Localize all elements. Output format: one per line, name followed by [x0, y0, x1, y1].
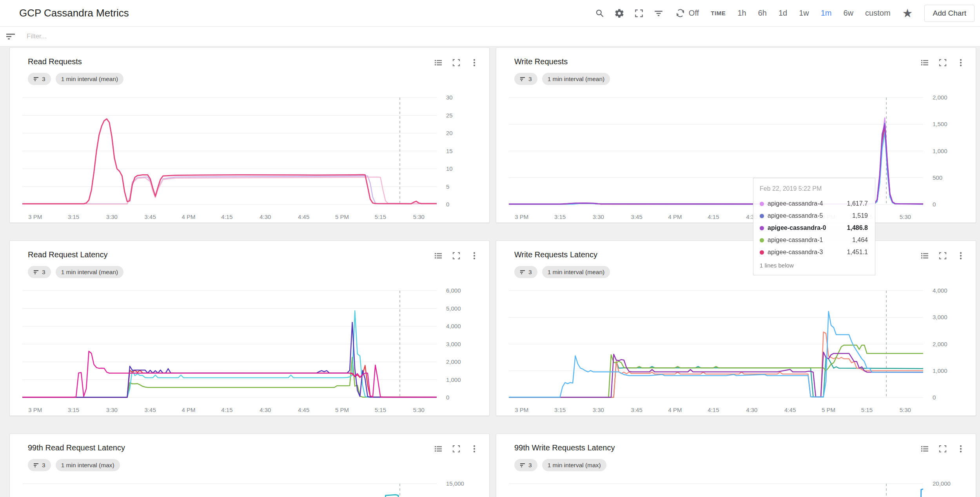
series-value: 1,464: [852, 237, 868, 244]
chart-title: Read Request Latency: [28, 250, 107, 259]
expand-chart-icon[interactable]: [452, 251, 461, 260]
series-color-dot: [760, 238, 764, 242]
chart-plot-area[interactable]: 05,00010,00015,000 3 PM3:153:303:454 PM4…: [22, 478, 479, 497]
expand-chart-icon[interactable]: [452, 444, 461, 454]
chart-card-icons: [920, 251, 965, 260]
filter-count-badge[interactable]: 3: [514, 266, 537, 278]
y-tick-label: 4,000: [933, 287, 947, 295]
filter-count-badge[interactable]: 3: [28, 73, 51, 85]
expand-chart-icon[interactable]: [452, 58, 461, 67]
tooltip-row: apigee-cassandra-41,617.7: [760, 200, 868, 207]
auto-refresh-control[interactable]: Off: [675, 8, 699, 18]
x-tick-label: 3 PM: [20, 407, 51, 413]
filter-input[interactable]: [26, 32, 263, 41]
x-tick-label: 4 PM: [659, 213, 691, 220]
tooltip-timestamp: Feb 22, 2019 5:22 PM: [760, 185, 868, 192]
filter-count-badge[interactable]: 3: [28, 459, 51, 471]
chart-card-header: 99th Write Requests Latency: [496, 434, 976, 454]
chart-card-header: 99th Read Request Latency: [10, 434, 489, 454]
x-tick-label: 3:30: [583, 407, 614, 413]
filter-count-badge[interactable]: 3: [514, 73, 537, 85]
tooltip-row: apigee-cassandra-31,451.1: [760, 249, 868, 256]
more-options-icon[interactable]: [956, 58, 965, 67]
x-axis-labels: 3 PM3:153:303:454 PM4:154:304:455 PM5:15…: [22, 213, 437, 223]
add-chart-button[interactable]: Add Chart: [924, 5, 975, 22]
y-tick-label: 3,000: [933, 313, 947, 321]
filter-list-icon[interactable]: [653, 8, 664, 18]
legend-list-icon[interactable]: [920, 251, 929, 260]
time-range-1h[interactable]: 1h: [737, 9, 746, 18]
legend-list-icon[interactable]: [434, 58, 443, 67]
more-options-icon[interactable]: [956, 251, 965, 260]
search-icon[interactable]: [595, 8, 605, 18]
interval-badge[interactable]: 1 min interval (max): [56, 459, 120, 471]
more-options-icon[interactable]: [956, 444, 965, 454]
more-options-icon[interactable]: [470, 444, 479, 454]
y-axis-labels: 01,0002,0003,0004,000: [926, 285, 965, 405]
x-tick-label: 5 PM: [327, 213, 358, 220]
chart-plot-area[interactable]: 01,0002,0003,0004,0005,0006,000 3 PM3:15…: [22, 285, 479, 416]
favorite-star-icon[interactable]: ★: [902, 7, 913, 19]
chart-canvas[interactable]: [509, 285, 923, 405]
chart-canvas[interactable]: [22, 92, 437, 212]
time-range-custom[interactable]: custom: [865, 9, 890, 18]
chart-badges: 3 1 min interval (max): [28, 459, 489, 471]
time-range-6h[interactable]: 6h: [758, 9, 767, 18]
chart-card-icons: [434, 444, 479, 454]
settings-gear-icon[interactable]: [614, 8, 624, 18]
expand-chart-icon[interactable]: [938, 251, 947, 260]
badge-filter-icon: [520, 269, 526, 275]
chart-canvas[interactable]: [22, 285, 437, 405]
filter-count-value: 3: [528, 462, 532, 469]
refresh-icon[interactable]: [675, 8, 686, 18]
legend-list-icon[interactable]: [920, 444, 929, 454]
top-bar: GCP Cassandra Metrics Off TIME 1h6h1d1w1…: [0, 0, 980, 27]
x-tick-label: 4 PM: [173, 407, 204, 413]
x-tick-label: 4:15: [211, 213, 243, 220]
interval-badge[interactable]: 1 min interval (mean): [542, 266, 610, 278]
badge-filter-icon: [520, 463, 526, 468]
expand-chart-icon[interactable]: [938, 444, 947, 454]
more-options-icon[interactable]: [470, 251, 479, 260]
time-range-6w[interactable]: 6w: [844, 9, 854, 18]
badge-filter-icon: [520, 76, 526, 82]
series-color-dot: [760, 214, 764, 218]
more-options-icon[interactable]: [470, 58, 479, 67]
y-tick-label: 1,000: [446, 376, 461, 384]
chart-canvas[interactable]: [509, 478, 923, 497]
filter-count-badge[interactable]: 3: [514, 459, 537, 471]
time-range-1m[interactable]: 1m: [821, 9, 832, 18]
filter-count-badge[interactable]: 3: [28, 266, 51, 278]
x-tick-label: 5 PM: [327, 407, 358, 413]
chart-plot-area[interactable]: 05001,0001,5002,000 3 PM3:153:303:454 PM…: [509, 92, 965, 223]
y-axis-labels: 05,00010,00015,000: [440, 478, 479, 497]
interval-badge[interactable]: 1 min interval (max): [542, 459, 606, 471]
chart-plot-area[interactable]: 051015202530 3 PM3:153:303:454 PM4:154:3…: [22, 92, 479, 223]
top-bar-icon-group: [595, 8, 664, 18]
chart-title: 99th Write Requests Latency: [514, 443, 615, 452]
y-tick-label: 1,000: [933, 367, 947, 375]
badge-filter-icon: [33, 269, 40, 275]
x-tick-label: 5:15: [365, 407, 396, 413]
expand-chart-icon[interactable]: [938, 58, 947, 67]
interval-badge[interactable]: 1 min interval (mean): [56, 73, 124, 85]
time-range-1w[interactable]: 1w: [799, 9, 809, 18]
interval-badge[interactable]: 1 min interval (mean): [56, 266, 124, 278]
fullscreen-icon[interactable]: [634, 8, 644, 18]
y-tick-label: 6,000: [446, 287, 461, 295]
chart-plot-area[interactable]: 05,00010,00015,00020,000 3 PM3:153:303:4…: [509, 478, 965, 497]
y-tick-label: 15: [446, 147, 453, 155]
chart-plot-area[interactable]: 01,0002,0003,0004,000 3 PM3:153:303:454 …: [509, 285, 965, 416]
x-tick-label: 5:15: [365, 213, 396, 220]
x-tick-label: 3:30: [96, 407, 127, 413]
x-tick-label: 3:30: [583, 213, 614, 220]
y-tick-label: 4,000: [446, 322, 461, 330]
chart-canvas[interactable]: [22, 478, 437, 497]
x-tick-label: 4:45: [775, 407, 806, 413]
x-tick-label: 4:15: [698, 407, 729, 413]
legend-list-icon[interactable]: [434, 251, 443, 260]
interval-badge[interactable]: 1 min interval (mean): [542, 73, 610, 85]
legend-list-icon[interactable]: [920, 58, 929, 67]
time-range-1d[interactable]: 1d: [779, 9, 787, 18]
legend-list-icon[interactable]: [434, 444, 443, 454]
